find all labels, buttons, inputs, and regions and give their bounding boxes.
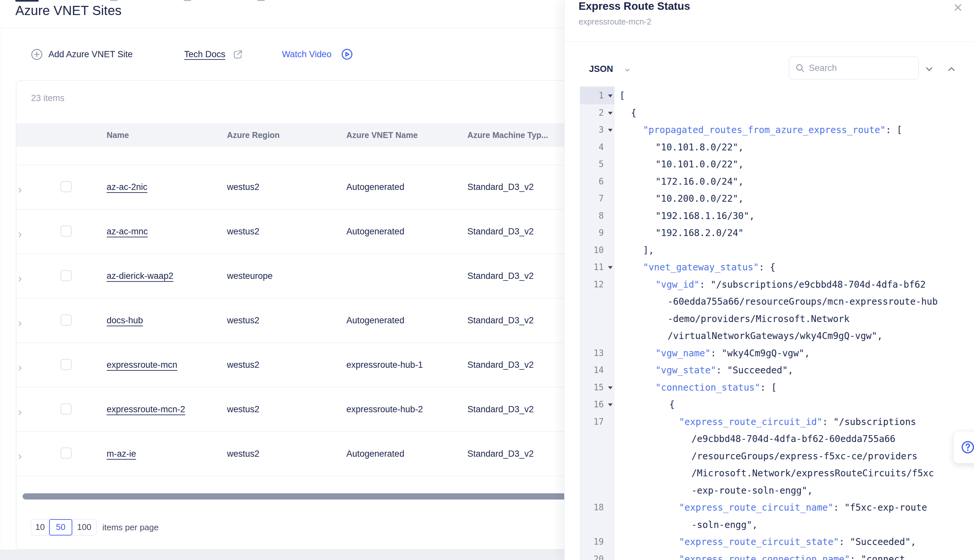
line-number: 9 [578, 224, 604, 242]
json-code-line: -exp-route-soln-engg", [691, 482, 813, 499]
json-code-line: "express_route_circuit_name": "f5xc-exp-… [679, 499, 927, 516]
site-name-link[interactable]: az-ac-mnc [107, 227, 148, 237]
table-row: expressroute-mcn-2westus2expressroute-hu… [17, 387, 575, 432]
expand-chevron-icon[interactable] [17, 187, 52, 194]
line-number: 10 [578, 242, 604, 259]
row-checkbox[interactable] [60, 225, 72, 237]
table-row: expressroute-mcnwestus2expressroute-hub-… [17, 343, 575, 387]
table-row: m-az-iewestus2AutogeneratedStandard_D3_v… [17, 432, 575, 476]
collapse-caret-icon[interactable] [608, 387, 612, 389]
json-code-line: "172.16.0.0/24", [655, 173, 744, 190]
azure-region-cell: westus2 [227, 315, 346, 326]
expand-chevron-icon[interactable] [17, 365, 52, 372]
json-code-line: { [669, 396, 675, 413]
azure-vnet-name-cell: Autogenerated [346, 227, 467, 237]
play-circle-icon [341, 48, 353, 60]
row-checkbox[interactable] [60, 181, 72, 192]
json-code-line: /virtualNetworkGateways/wky4Cm9gQ-vgw", [667, 327, 882, 345]
express-route-status-panel: Express Route Status expressroute-mcn-2 … [564, 0, 974, 560]
azure-vnet-name-cell: expressroute-hub-1 [346, 360, 467, 370]
table-row: docs-hubwestus2AutogeneratedStandard_D3_… [17, 298, 575, 343]
json-code-line: "192.168.2.0/24" [655, 224, 744, 242]
column-header-vnet[interactable]: Azure VNET Name [346, 130, 467, 140]
azure-region-cell: westus2 [227, 404, 346, 415]
expand-chevron-icon[interactable] [17, 276, 52, 283]
line-number: 16 [578, 396, 604, 413]
collapse-caret-icon[interactable] [608, 403, 612, 407]
line-number: 14 [578, 362, 604, 379]
line-number: 20 [578, 550, 604, 560]
site-name-link[interactable]: docs-hub [107, 315, 143, 325]
azure-machine-type-cell: Standard_D3_v2 [467, 227, 575, 237]
site-name-link[interactable]: az-dierick-waap2 [107, 271, 173, 281]
help-icon [961, 440, 974, 454]
tech-docs-link[interactable]: Tech Docs [184, 49, 225, 60]
json-code-line: "10.101.0.0/22", [655, 156, 744, 173]
expand-chevron-icon[interactable] [17, 453, 52, 460]
collapse-caret-icon[interactable] [608, 95, 612, 97]
azure-machine-type-cell: Standard_D3_v2 [467, 271, 575, 281]
line-number: 3 [578, 121, 604, 138]
azure-vnet-name-cell: expressroute-hub-2 [346, 404, 467, 415]
json-code-line: -60edda755a66/resourceGroups/mcn-express… [667, 293, 938, 310]
line-number: 2 [578, 104, 604, 122]
json-code-line: "express_route_circuit_state": "Succeede… [679, 533, 916, 550]
line-number: 4 [578, 138, 604, 156]
json-code-line: [ [619, 87, 625, 104]
azure-machine-type-cell: Standard_D3_v2 [467, 404, 575, 415]
json-code-line: /Microsoft.Network/expressRouteCircuits/… [691, 465, 934, 482]
page-size-option-10[interactable]: 10 [31, 519, 49, 535]
azure-vnet-name-cell: Autogenerated [346, 315, 467, 326]
row-checkbox[interactable] [60, 448, 72, 459]
tech-docs-link-group: Tech Docs [184, 28, 244, 80]
line-number: 18 [578, 499, 604, 516]
column-header-machine-type[interactable]: Azure Machine Typ... [467, 130, 575, 140]
json-code-line: -soln-engg", [691, 516, 757, 533]
table-row: az-ac-mncwestus2AutogeneratedStandard_D3… [17, 209, 575, 254]
azure-region-cell: westus2 [227, 360, 346, 370]
active-tab-indicator[interactable] [15, 0, 38, 2]
watch-video-link[interactable]: Watch Video [282, 49, 332, 60]
row-checkbox[interactable] [60, 403, 72, 415]
add-azure-vnet-site-button[interactable]: Add Azure VNET Site [31, 28, 133, 80]
json-code-line: "vnet_gateway_status": { [643, 258, 776, 276]
site-name-link[interactable]: m-az-ie [107, 449, 136, 459]
tab-remnant [257, 0, 265, 1]
row-checkbox[interactable] [60, 270, 72, 281]
column-header-name[interactable]: Name [107, 130, 227, 140]
page-size-option-100[interactable]: 100 [72, 519, 97, 535]
expand-chevron-icon[interactable] [17, 320, 52, 327]
horizontal-scrollbar[interactable] [23, 493, 569, 500]
watch-video-link-group: Watch Video [282, 28, 353, 80]
external-link-icon [233, 49, 244, 60]
json-code-line: "express_route_circuit_id": "/subscripti… [679, 413, 916, 430]
line-number: 11 [578, 258, 604, 276]
column-header-region[interactable]: Azure Region [227, 130, 346, 140]
collapse-caret-icon[interactable] [608, 129, 612, 132]
line-number: 5 [578, 156, 604, 173]
json-code-line: { [631, 104, 637, 122]
expand-chevron-icon[interactable] [17, 409, 52, 416]
items-per-page-label: items per page [102, 522, 158, 533]
line-number: 7 [578, 190, 604, 207]
site-name-link[interactable]: expressroute-mcn-2 [107, 404, 185, 414]
site-name-link[interactable]: az-ac-2nic [107, 182, 147, 192]
table-header-row: Name Azure Region Azure VNET Name Azure … [17, 123, 575, 147]
site-name-link[interactable]: expressroute-mcn [107, 360, 177, 370]
json-code-line: /e9cbbd48-704d-4dfa-bf62-60edda755a66 [691, 430, 896, 448]
json-viewer: 1[2{3"propagated_routes_from_azure_expre… [565, 0, 974, 560]
divider [1, 28, 2, 560]
collapse-caret-icon[interactable] [608, 112, 612, 115]
page-size-group: 1050100 [31, 519, 97, 535]
row-checkbox[interactable] [60, 315, 72, 326]
row-checkbox[interactable] [60, 359, 72, 370]
json-code-line: "vgw_id": "/subscriptions/e9cbbd48-704d-… [655, 276, 926, 293]
page-size-option-50[interactable]: 50 [49, 519, 72, 535]
expand-chevron-icon[interactable] [17, 231, 52, 238]
json-code-line: "192.168.1.16/30", [655, 207, 754, 225]
json-code-line: "express_route_connection_name": "connec… [679, 550, 905, 560]
json-code-line: "connection_status": [ [655, 379, 777, 396]
help-button[interactable] [953, 431, 974, 463]
azure-machine-type-cell: Standard_D3_v2 [467, 315, 575, 326]
collapse-caret-icon[interactable] [608, 266, 612, 269]
